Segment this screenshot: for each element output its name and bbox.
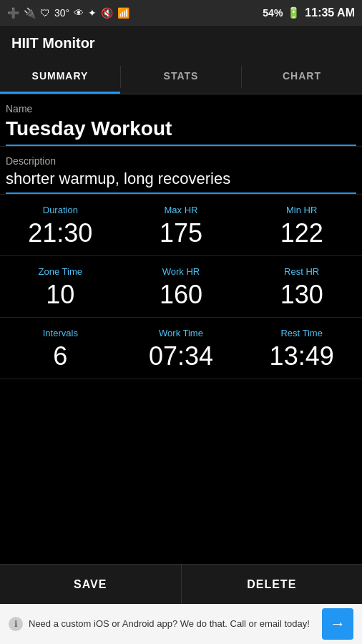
stat-intervals-label: Intervals bbox=[43, 328, 78, 338]
bottom-buttons: SAVE DELETE bbox=[0, 564, 362, 604]
stat-rest-hr: Rest HR 130 bbox=[241, 256, 362, 317]
description-label: Description bbox=[6, 155, 356, 167]
tab-stats[interactable]: STATS bbox=[121, 60, 241, 94]
name-value[interactable]: Tuesday Workout bbox=[6, 117, 356, 146]
arrow-right-icon: → bbox=[330, 615, 346, 633]
stat-min-hr-value: 122 bbox=[280, 218, 323, 248]
eye-icon: 👁 bbox=[74, 7, 84, 19]
stats-row-2: Zone Time 10 Work HR 160 Rest HR 130 bbox=[0, 256, 362, 318]
temp-text: 30° bbox=[54, 7, 69, 19]
stat-intervals-value: 6 bbox=[53, 341, 67, 371]
stat-max-hr-value: 175 bbox=[160, 218, 202, 248]
battery-icon: 🔋 bbox=[287, 6, 300, 19]
stat-rest-hr-value: 130 bbox=[280, 280, 323, 310]
stat-zone-time-label: Zone Time bbox=[39, 266, 82, 277]
stat-duration-value: 21:30 bbox=[28, 218, 92, 248]
battery-percent: 54% bbox=[263, 7, 283, 19]
stat-work-time-label: Work Time bbox=[159, 328, 203, 338]
app-title: HIIT Monitor bbox=[11, 35, 95, 52]
ad-info-icon: ℹ bbox=[9, 617, 23, 631]
stats-row-3: Intervals 6 Work Time 07:34 Rest Time 13… bbox=[0, 318, 362, 379]
stat-work-time-value: 07:34 bbox=[149, 341, 213, 371]
tab-bar: SUMMARY STATS CHART bbox=[0, 60, 362, 94]
stat-zone-time-value: 10 bbox=[46, 280, 74, 310]
stat-work-time: Work Time 07:34 bbox=[121, 318, 242, 379]
stat-max-hr-label: Max HR bbox=[165, 205, 198, 215]
stat-min-hr-label: Min HR bbox=[286, 205, 317, 215]
description-section: Description shorter warmup, long recover… bbox=[0, 147, 362, 195]
status-left-icons: ➕ 🔌 🛡 30° 👁 ✦ 🔇 📶 bbox=[7, 7, 129, 19]
save-button[interactable]: SAVE bbox=[0, 565, 182, 604]
name-section: Name Tuesday Workout bbox=[0, 94, 362, 147]
stat-rest-hr-label: Rest HR bbox=[284, 266, 319, 277]
tab-summary[interactable]: SUMMARY bbox=[0, 60, 120, 94]
status-right-icons: 54% 🔋 11:35 AM bbox=[263, 6, 355, 19]
bt-icon: ✦ bbox=[88, 7, 97, 19]
delete-button[interactable]: DELETE bbox=[182, 565, 363, 604]
stat-duration: Duration 21:30 bbox=[0, 195, 121, 255]
stat-rest-time-label: Rest Time bbox=[280, 328, 323, 338]
stat-work-hr-label: Work HR bbox=[162, 266, 200, 277]
usb-icon: 🔌 bbox=[24, 7, 36, 19]
ad-arrow-button[interactable]: → bbox=[322, 608, 353, 640]
mute-icon: 🔇 bbox=[101, 7, 113, 19]
shield-icon: 🛡 bbox=[40, 7, 50, 19]
stat-rest-time-value: 13:49 bbox=[270, 341, 334, 371]
name-label: Name bbox=[6, 103, 356, 114]
stat-max-hr: Max HR 175 bbox=[121, 195, 242, 255]
add-icon: ➕ bbox=[7, 7, 19, 19]
time-display: 11:35 AM bbox=[305, 6, 355, 19]
stat-intervals: Intervals 6 bbox=[0, 318, 121, 379]
stat-work-hr-value: 160 bbox=[160, 280, 202, 310]
ad-text: Need a custom iOS or Android app? We do … bbox=[29, 618, 316, 630]
ad-banner: ℹ Need a custom iOS or Android app? We d… bbox=[0, 604, 362, 644]
app-bar: HIIT Monitor bbox=[0, 26, 362, 60]
stats-row-1: Duration 21:30 Max HR 175 Min HR 122 bbox=[0, 195, 362, 256]
status-bar: ➕ 🔌 🛡 30° 👁 ✦ 🔇 📶 54% 🔋 11:35 AM bbox=[0, 0, 362, 26]
stat-work-hr: Work HR 160 bbox=[121, 256, 242, 317]
stat-zone-time: Zone Time 10 bbox=[0, 256, 121, 317]
description-value[interactable]: shorter warmup, long recoveries bbox=[6, 170, 356, 194]
content-area: Name Tuesday Workout Description shorter… bbox=[0, 94, 362, 379]
stat-duration-label: Duration bbox=[43, 205, 78, 215]
signal-icon: 📶 bbox=[117, 7, 129, 19]
stat-rest-time: Rest Time 13:49 bbox=[241, 318, 362, 379]
tab-chart[interactable]: CHART bbox=[242, 60, 362, 94]
stat-min-hr: Min HR 122 bbox=[241, 195, 362, 255]
